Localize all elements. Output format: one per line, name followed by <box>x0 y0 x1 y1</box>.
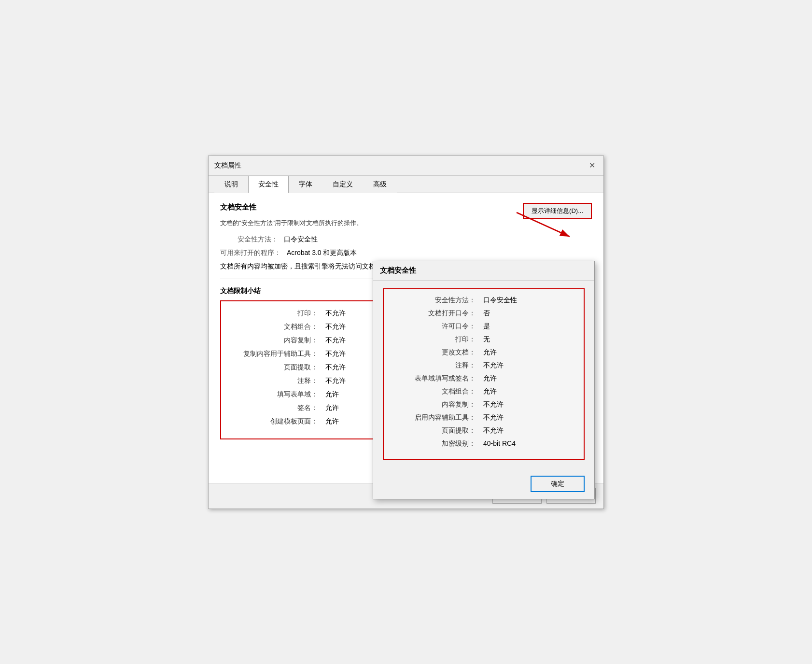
sum-comment-row: 注释： 不允许 <box>231 377 393 385</box>
detail-assemble-value: 允许 <box>483 387 497 396</box>
detail-open-pwd-row: 文档打开口令： 否 <box>393 309 574 318</box>
sum-assemble-row: 文档组合： 不允许 <box>231 323 393 331</box>
tab-description[interactable]: 说明 <box>214 176 248 193</box>
detail-form-sign-label: 表单域填写或签名： <box>393 374 476 383</box>
sum-print-value: 不允许 <box>325 309 346 318</box>
detail-copy-value: 不允许 <box>483 400 504 409</box>
open-program-row: 可用来打开的程序： Acrobat 3.0 和更高版本 <box>220 249 592 257</box>
tab-custom[interactable]: 自定义 <box>322 176 363 193</box>
detail-comment-label: 注释： <box>393 361 476 370</box>
sum-extract-row: 页面提取： 不允许 <box>231 363 393 372</box>
sum-copy-row: 内容复制： 不允许 <box>231 336 393 345</box>
show-details-button[interactable]: 显示详细信息(D)... <box>523 203 592 219</box>
detail-copy-row: 内容复制： 不允许 <box>393 400 574 409</box>
sum-form-label: 填写表单域： <box>231 390 318 399</box>
overlay-title: 文档安全性 <box>373 261 594 281</box>
detail-assemble-row: 文档组合： 允许 <box>393 387 574 396</box>
sum-copy-assist-label: 复制内容用于辅助工具： <box>231 350 318 358</box>
detail-comment-row: 注释： 不允许 <box>393 361 574 370</box>
sum-print-label: 打印： <box>231 309 318 318</box>
detail-change-label: 更改文档： <box>393 348 476 357</box>
detail-assemble-label: 文档组合： <box>393 387 476 396</box>
sum-copy-value: 不允许 <box>325 336 346 345</box>
content-area: 显示详细信息(D)... 文档安全性 文档的"安全性方法"用于限制对文档所执行的… <box>209 193 603 483</box>
open-program-value: Acrobat 3.0 和更高版本 <box>287 249 357 257</box>
detail-perm-pwd-value: 是 <box>483 322 490 331</box>
detail-sec-method-value: 口令安全性 <box>483 296 517 305</box>
detail-extract-label: 页面提取： <box>393 426 476 435</box>
detail-change-row: 更改文档： 允许 <box>393 348 574 357</box>
title-bar: 文档属性 ✕ <box>209 156 603 176</box>
overlay-footer: 确定 <box>373 476 594 499</box>
sum-extract-value: 不允许 <box>325 363 346 372</box>
sum-form-row: 填写表单域： 允许 <box>231 390 393 399</box>
overlay-ok-button[interactable]: 确定 <box>531 476 585 492</box>
detail-print-row: 打印： 无 <box>393 335 574 344</box>
sum-template-value: 允许 <box>325 417 339 426</box>
detail-print-label: 打印： <box>393 335 476 344</box>
detail-extract-value: 不允许 <box>483 426 504 435</box>
detail-extract-row: 页面提取： 不允许 <box>393 426 574 435</box>
sum-sign-row: 签名： 允许 <box>231 404 393 412</box>
detail-assist-value: 不允许 <box>483 413 504 422</box>
sum-print-row: 打印： 不允许 <box>231 309 393 318</box>
open-program-label: 可用来打开的程序： <box>220 249 281 257</box>
sum-comment-value: 不允许 <box>325 377 346 385</box>
sum-assemble-value: 不允许 <box>325 323 346 331</box>
sum-sign-value: 允许 <box>325 404 339 412</box>
security-method-value: 口令安全性 <box>284 235 318 244</box>
detail-encrypt-label: 加密级别： <box>393 439 476 448</box>
detail-perm-pwd-label: 许可口令： <box>393 322 476 331</box>
sum-copy-assist-row: 复制内容用于辅助工具： 不允许 <box>231 350 393 358</box>
tab-fonts[interactable]: 字体 <box>289 176 322 193</box>
detail-print-value: 无 <box>483 335 490 344</box>
detail-change-value: 允许 <box>483 348 497 357</box>
detail-open-pwd-value: 否 <box>483 309 490 318</box>
detail-encrypt-value: 40-bit RC4 <box>483 439 516 448</box>
detail-sec-method-label: 安全性方法： <box>393 296 476 305</box>
sum-sign-label: 签名： <box>231 404 318 412</box>
detail-form-sign-value: 允许 <box>483 374 497 383</box>
sum-template-row: 创建模板页面： 允许 <box>231 417 393 426</box>
detail-encrypt-row: 加密级别： 40-bit RC4 <box>393 439 574 448</box>
detail-open-pwd-label: 文档打开口令： <box>393 309 476 318</box>
security-description: 文档的"安全性方法"用于限制对文档所执行的操作。 <box>220 219 592 227</box>
tab-security[interactable]: 安全性 <box>248 176 289 193</box>
sum-assemble-label: 文档组合： <box>231 323 318 331</box>
sum-comment-label: 注释： <box>231 377 318 385</box>
security-method-label: 安全性方法： <box>220 235 278 244</box>
detail-assist-label: 启用内容辅助工具： <box>393 413 476 422</box>
detail-comment-value: 不允许 <box>483 361 504 370</box>
close-button[interactable]: ✕ <box>586 160 598 171</box>
tab-bar: 说明 安全性 字体 自定义 高级 <box>209 176 603 193</box>
detail-sec-method-row: 安全性方法： 口令安全性 <box>393 296 574 305</box>
detail-box: 安全性方法： 口令安全性 文档打开口令： 否 许可口令： 是 打印： 无 <box>383 288 585 460</box>
sum-template-label: 创建模板页面： <box>231 417 318 426</box>
sum-copy-label: 内容复制： <box>231 336 318 345</box>
overlay-content: 安全性方法： 口令安全性 文档打开口令： 否 许可口令： 是 打印： 无 <box>373 281 594 476</box>
detail-assist-row: 启用内容辅助工具： 不允许 <box>393 413 574 422</box>
security-method-row: 安全性方法： 口令安全性 <box>220 235 592 244</box>
detail-form-sign-row: 表单域填写或签名： 允许 <box>393 374 574 383</box>
main-dialog: 文档属性 ✕ 说明 安全性 字体 自定义 高级 显示详细信息(D)... 文档安… <box>208 155 604 509</box>
sum-form-value: 允许 <box>325 390 339 399</box>
tab-advanced[interactable]: 高级 <box>363 176 397 193</box>
sum-copy-assist-value: 不允许 <box>325 350 346 358</box>
detail-perm-pwd-row: 许可口令： 是 <box>393 322 574 331</box>
detail-copy-label: 内容复制： <box>393 400 476 409</box>
sum-extract-label: 页面提取： <box>231 363 318 372</box>
dialog-title: 文档属性 <box>214 161 241 170</box>
overlay-dialog: 文档安全性 安全性方法： 口令安全性 文档打开口令： 否 许可口令： 是 <box>373 261 595 499</box>
